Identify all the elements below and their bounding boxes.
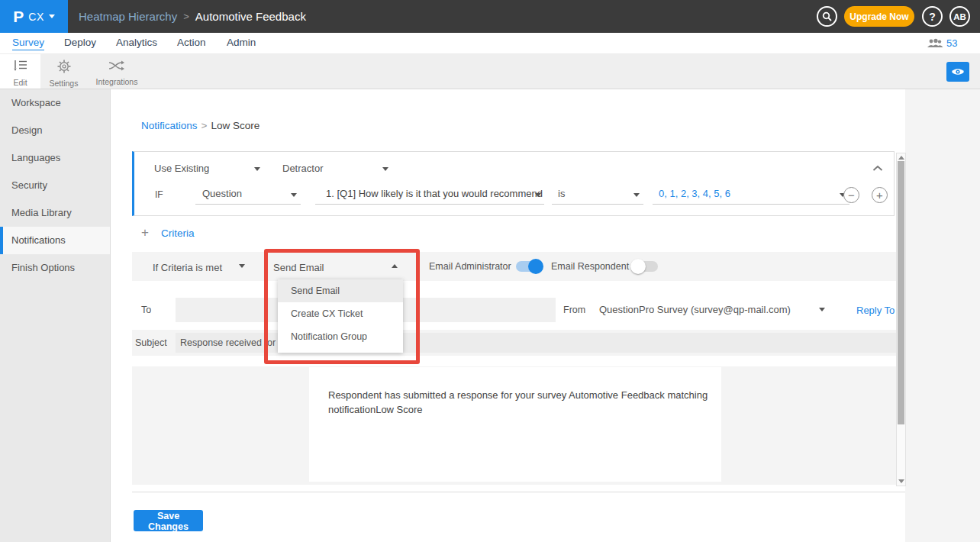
criteria-preset-select[interactable]: Detractor [282,161,397,179]
criteria-mode-select[interactable]: Use Existing [154,161,269,179]
chevron-down-icon [291,193,297,197]
chevron-down-icon [254,167,260,171]
chevron-down-icon [49,15,55,18]
menu-item-notification-group[interactable]: Notification Group [278,325,403,348]
toolbar-tab-label: Edit [0,78,40,87]
criteria-operator-select[interactable]: is [552,184,643,205]
chevron-up-icon [872,165,883,172]
breadcrumb-separator: > [183,11,189,22]
add-criteria-label: Criteria [161,227,195,239]
toolbar-tab-edit[interactable]: Edit [0,54,40,89]
nav-tab-analytics[interactable]: Analytics [116,37,157,48]
eye-icon [951,67,965,76]
product-name: CX [28,11,44,23]
chevron-up-icon [392,264,398,268]
page-breadcrumb: Notifications>Low Score [141,120,260,131]
add-criteria-link[interactable]: + Criteria [141,225,194,240]
breadcrumb-separator: > [198,120,211,131]
criteria-preset-value: Detractor [282,163,323,174]
sidebar-item-workspace[interactable]: Workspace [0,89,110,117]
shuffle-icon [108,60,125,72]
action-type-select[interactable]: Send Email [273,260,399,274]
from-select[interactable]: QuestionPro Survey (survey@qp-mail.com) [599,302,828,319]
breadcrumb-survey-name: Automotive Feedback [195,10,306,23]
subject-label: Subject [135,337,167,348]
breadcrumb-notifications-link[interactable]: Notifications [141,120,198,131]
criteria-question-select[interactable]: 1. [Q1] How likely is it that you would … [315,184,544,205]
sidebar-item-security[interactable]: Security [0,172,110,199]
collapse-panel-button[interactable] [872,161,885,173]
survey-toolbar: Edit Settings Integratio [0,54,980,89]
email-body-area: Respondent has submitted a response for … [132,366,905,485]
criteria-values-value: 0, 1, 2, 3, 4, 5, 6 [659,188,730,199]
criteria-field-select[interactable]: Question [195,184,301,205]
condition-select[interactable]: If Criteria is met [153,260,250,274]
menu-item-send-email[interactable]: Send Email [278,279,403,302]
upgrade-now-button[interactable]: Upgrade Now [844,6,914,27]
condition-value: If Criteria is met [153,262,222,273]
search-button[interactable] [817,6,837,27]
help-button[interactable]: ? [922,6,943,27]
email-body-text: Respondent has submitted a response for … [328,388,710,417]
toggle-knob [528,259,543,274]
product-switcher[interactable]: P CX [0,0,68,33]
chevron-down-icon [535,193,541,197]
nav-tab-survey[interactable]: Survey [12,37,44,50]
criteria-field-value: Question [202,188,242,199]
menu-item-create-cx-ticket[interactable]: Create CX Ticket [278,302,403,325]
save-changes-button[interactable]: Save Changes [134,510,203,531]
divider [132,492,905,492]
from-label: From [563,305,585,315]
questionpro-logo-icon: P [13,8,24,26]
criteria-question-value: 1. [Q1] How likely is it that you would … [326,188,530,199]
nav-tab-admin[interactable]: Admin [227,37,256,48]
breadcrumb-folder[interactable]: Heatmap Hierarchy [79,10,177,23]
breadcrumb-notification-name: Low Score [211,120,260,131]
action-row: If Criteria is met Send Email Email Admi… [132,252,905,281]
edit-icon [13,60,28,73]
scroll-down-arrow-icon[interactable] [898,479,904,483]
main-nav: Survey Deploy Analytics Action Admin 53 [0,33,980,54]
preview-button[interactable] [946,62,969,82]
to-label: To [141,305,151,315]
sidebar-item-languages[interactable]: Languages [0,144,110,172]
avatar[interactable]: AB [949,6,970,27]
toolbar-tab-settings[interactable]: Settings [43,54,85,89]
criteria-values-select[interactable]: 0, 1, 2, 3, 4, 5, 6 [653,184,849,205]
collaborators-count[interactable]: 53 [946,37,957,49]
reply-to-link[interactable]: Reply To [856,305,895,316]
if-label: IF [155,189,163,200]
email-respondent-toggle[interactable] [632,261,658,272]
sidebar-item-media-library[interactable]: Media Library [0,199,110,227]
remove-criteria-button[interactable]: − [843,187,859,203]
app-window: P CX Heatmap Hierarchy > Automotive Feed… [0,0,980,542]
email-respondent-label: Email Respondent [551,261,629,272]
question-mark-icon: ? [929,11,936,23]
toolbar-tab-label: Integrations [90,77,143,86]
nav-tab-action[interactable]: Action [177,37,206,48]
chevron-down-icon [819,308,825,311]
toolbar-tab-integrations[interactable]: Integrations [90,54,143,89]
sidebar-item-notifications[interactable]: Notifications [0,227,110,254]
nav-tab-deploy[interactable]: Deploy [64,37,96,48]
criteria-operator-value: is [558,188,565,199]
add-criteria-row-button[interactable]: + [872,187,888,203]
right-gutter [905,89,980,542]
toggle-knob [630,259,646,274]
top-bar: P CX Heatmap Hierarchy > Automotive Feed… [0,0,980,33]
sidebar-item-finish-options[interactable]: Finish Options [0,254,110,282]
scroll-up-arrow-icon[interactable] [898,156,904,160]
toolbar-tab-label: Settings [43,79,85,88]
action-type-menu: Send Email Create CX Ticket Notification… [278,279,403,353]
chevron-down-icon [239,264,245,268]
criteria-panel: Use Existing Detractor IF Question 1. [Q… [132,151,895,216]
gear-icon [57,60,71,73]
sidebar-item-design[interactable]: Design [0,117,110,144]
from-value: QuestionPro Survey (survey@qp-mail.com) [599,304,791,315]
action-type-value: Send Email [273,262,324,273]
email-administrator-toggle[interactable] [516,261,542,272]
chevron-down-icon [633,193,640,197]
scrollbar-thumb[interactable] [898,161,904,424]
settings-sidebar: Workspace Design Languages Security Medi… [0,89,111,542]
email-body-editor[interactable]: Respondent has submitted a response for … [309,367,721,482]
